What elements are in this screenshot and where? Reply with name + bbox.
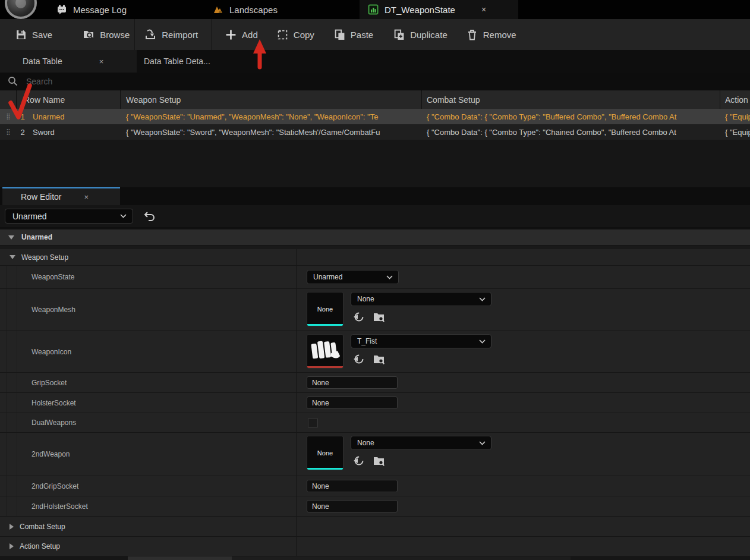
row-selector-dropdown[interactable]: Unarmed	[5, 209, 133, 224]
duplicate-button[interactable]: Duplicate	[393, 29, 448, 40]
unreal-engine-logo[interactable]	[5, 0, 37, 19]
chevron-down-icon	[120, 214, 127, 218]
header-combat-setup[interactable]: Combat Setup	[422, 90, 720, 109]
weaponstate-value: Unarmed	[313, 273, 342, 281]
tab-dt-weaponstate[interactable]: DT_WeaponState ×	[360, 0, 518, 19]
weaponmesh-thumbnail[interactable]: None	[307, 292, 344, 326]
row-editor-tab-strip: Row Editor ×	[0, 187, 750, 205]
second-holstersocket-label: 2ndHolsterSocket	[31, 502, 88, 511]
undo-icon[interactable]	[143, 210, 156, 222]
paste-icon	[334, 29, 345, 40]
scrollbar-segment	[232, 556, 571, 560]
property-row-2ndgripsocket: 2ndGripSocket	[0, 476, 750, 496]
horizontal-scrollbar	[0, 556, 750, 560]
second-gripsocket-label: 2ndGripSocket	[31, 482, 78, 490]
use-selected-asset-icon[interactable]	[353, 455, 365, 467]
drag-handle-icon[interactable]: ⣿	[0, 129, 17, 135]
dualweapons-label: DualWeapons	[31, 419, 76, 427]
second-weapon-thumbnail[interactable]: None	[307, 436, 344, 470]
copy-icon	[277, 29, 288, 40]
weaponmesh-dropdown[interactable]: None	[351, 292, 491, 306]
tab-row-editor-close-icon[interactable]: ×	[84, 193, 89, 202]
tab-dt-weaponstate-label: DT_WeaponState	[385, 5, 455, 15]
tab-close-icon[interactable]: ×	[481, 5, 486, 14]
weaponicon-dropdown[interactable]: T_Fist	[351, 334, 491, 348]
tab-data-table[interactable]: Data Table ×	[0, 50, 137, 73]
row-name-cell[interactable]: Unarmed	[29, 112, 121, 121]
weaponicon-label: WeaponIcon	[31, 348, 71, 356]
tab-data-table-label: Data Table	[23, 56, 62, 66]
browse-to-asset-icon[interactable]	[373, 311, 385, 323]
browse-to-asset-icon[interactable]	[373, 353, 385, 365]
browse-label: Browse	[100, 30, 130, 40]
header-action[interactable]: Action	[720, 90, 750, 109]
section-combat-setup-label: Combat Setup	[20, 523, 65, 531]
toolbar-separator	[134, 19, 135, 50]
weaponstate-dropdown[interactable]: Unarmed	[307, 270, 399, 284]
property-row-holstersocket: HolsterSocket	[0, 393, 750, 413]
header-row-name[interactable]: Row Name	[17, 90, 121, 109]
second-holstersocket-input[interactable]	[307, 500, 398, 512]
reimport-button[interactable]: Reimport	[144, 29, 198, 40]
remove-label: Remove	[483, 30, 516, 40]
table-empty-area	[0, 140, 750, 187]
tab-message-log[interactable]: Message Log	[56, 0, 127, 19]
copy-button[interactable]: Copy	[277, 29, 314, 40]
weapon-setup-cell[interactable]: { "WeaponState": "Unarmed", "WeaponMesh"…	[121, 112, 422, 121]
remove-button[interactable]: Remove	[467, 29, 516, 40]
holstersocket-input[interactable]	[307, 397, 398, 409]
tab-data-table-details[interactable]: Data Table Deta...	[137, 50, 273, 73]
section-action-setup[interactable]: Action Setup	[0, 537, 750, 556]
search-bar	[0, 73, 750, 90]
search-input[interactable]	[26, 77, 750, 86]
gripsocket-input[interactable]	[307, 376, 398, 389]
combat-setup-cell[interactable]: { "Combo Data": { "Combo Type": "Chained…	[422, 128, 720, 137]
panel-tab-strip: Data Table × Data Table Deta...	[0, 50, 750, 73]
tab-row-editor[interactable]: Row Editor ×	[2, 187, 120, 205]
section-weapon-setup[interactable]: Weapon Setup	[0, 249, 750, 266]
header-handle-column	[0, 90, 17, 109]
dualweapons-checkbox[interactable]	[308, 418, 318, 428]
scrollbar-thumb[interactable]	[128, 556, 232, 560]
asset-type-band	[307, 366, 343, 369]
tab-data-table-close-icon[interactable]: ×	[99, 57, 104, 66]
fist-icon	[308, 336, 342, 366]
browse-to-asset-icon[interactable]	[373, 455, 385, 467]
use-selected-asset-icon[interactable]	[353, 311, 365, 323]
action-cell[interactable]: { "Equip	[720, 128, 750, 137]
chevron-down-icon	[479, 297, 486, 301]
row-name-cell[interactable]: Sword	[29, 128, 121, 137]
save-button[interactable]: Save	[15, 29, 52, 40]
tab-landscapes[interactable]: Landscapes	[213, 0, 278, 19]
action-cell[interactable]: { "Equip	[720, 112, 750, 121]
browse-button[interactable]: Browse	[83, 29, 130, 40]
collapsed-arrow-icon	[10, 524, 14, 530]
category-unarmed[interactable]: Unarmed	[0, 229, 750, 246]
weaponicon-thumbnail[interactable]	[307, 334, 344, 369]
window-tab-bar: Message Log Landscapes DT_WeaponState ×	[0, 0, 750, 19]
paste-button[interactable]: Paste	[334, 29, 373, 40]
tab-data-table-details-label: Data Table Deta...	[144, 56, 210, 66]
chevron-down-icon	[386, 275, 393, 279]
section-combat-setup[interactable]: Combat Setup	[0, 517, 750, 537]
message-log-icon	[56, 4, 67, 15]
row-selector-value: Unarmed	[12, 212, 47, 221]
row-number: 1	[17, 112, 29, 121]
tab-row-editor-label: Row Editor	[21, 192, 61, 202]
search-icon	[8, 76, 18, 86]
combat-setup-cell[interactable]: { "Combo Data": { "Combo Type": "Buffere…	[422, 112, 720, 121]
save-icon	[15, 29, 27, 40]
table-row-unarmed[interactable]: ⣿ 1 Unarmed { "WeaponState": "Unarmed", …	[0, 109, 750, 124]
drag-handle-icon[interactable]: ⣿	[0, 114, 17, 119]
second-weapon-thumb-label: None	[317, 449, 333, 457]
second-weapon-value: None	[357, 439, 374, 447]
weapon-setup-cell[interactable]: { "WeaponState": "Sword", "WeaponMesh": …	[121, 128, 422, 137]
use-selected-asset-icon[interactable]	[353, 353, 365, 365]
landscapes-icon	[213, 4, 223, 15]
second-weapon-dropdown[interactable]: None	[351, 436, 491, 450]
second-gripsocket-input[interactable]	[307, 480, 398, 492]
header-weapon-setup[interactable]: Weapon Setup	[121, 90, 422, 109]
add-button[interactable]: Add	[225, 29, 258, 40]
table-row-sword[interactable]: ⣿ 2 Sword { "WeaponState": "Sword", "Wea…	[0, 124, 750, 140]
property-row-2ndweapon: 2ndWeapon None None	[0, 433, 750, 476]
